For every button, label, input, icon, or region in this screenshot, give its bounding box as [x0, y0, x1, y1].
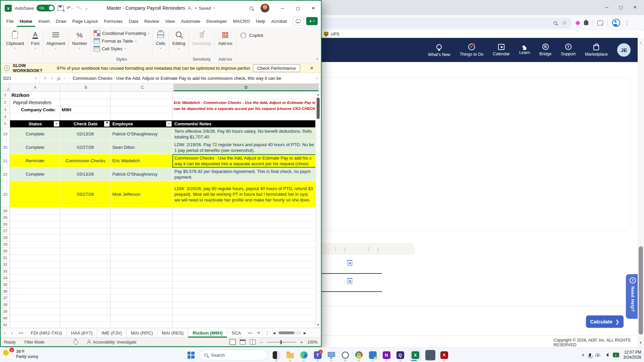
filter-active-funnel-icon[interactable]: [104, 121, 110, 127]
cell-c3-value[interactable]: M9H: [60, 106, 111, 113]
adp-nav-calendar[interactable]: Calendar: [493, 44, 510, 56]
cell-check-date[interactable]: Commission Checks: [60, 154, 111, 168]
empty-row-27[interactable]: 27: [1, 228, 321, 235]
cell-notes[interactable]: Pay $5,576.92 per Separation Agreement. …: [173, 168, 317, 181]
empty-row-25[interactable]: 25: [1, 215, 321, 221]
pink-extension-icon[interactable]: [575, 20, 581, 25]
volume-icon[interactable]: [604, 353, 608, 357]
menu-tab-macro[interactable]: MACRO: [230, 15, 253, 27]
cell-check-date[interactable]: 03/13/26: [60, 168, 111, 181]
menu-tab-acrobat[interactable]: Acrobat: [268, 15, 290, 27]
zoom-out-button[interactable]: −: [260, 340, 263, 345]
tray-chevron-icon[interactable]: ∧: [582, 353, 585, 357]
cell-notes[interactable]: LDW: 2/19/26. Pay 72 regular hours and p…: [173, 141, 317, 154]
header-comments[interactable]: Comments/ Notes: [173, 120, 317, 127]
row-number[interactable]: 24: [1, 208, 10, 214]
column-header-d[interactable]: D: [174, 84, 319, 91]
prev-sheet-icon[interactable]: ‹: [1, 328, 8, 338]
cell-status[interactable]: Complete: [10, 168, 60, 181]
update-tray-icon[interactable]: ⭳: [613, 353, 619, 357]
grid-vertical-scrollbar[interactable]: ▲ ▼: [315, 92, 321, 328]
filter-dropdown-icon[interactable]: ▾: [54, 121, 59, 127]
kebab-menu-icon[interactable]: ⋮: [366, 246, 371, 251]
cell-employee[interactable]: Eric Waidelich: [111, 154, 173, 168]
sheet-tab-haa-6y7-[interactable]: HAA (6Y7): [67, 328, 97, 338]
format-as-table-button[interactable]: Format as Table˅: [94, 38, 150, 44]
cell-status[interactable]: Complete: [10, 141, 60, 154]
column-header-c[interactable]: C: [111, 84, 174, 91]
zoom-level[interactable]: 100%: [307, 340, 318, 345]
kebab-menu-icon[interactable]: ⋮: [333, 246, 338, 251]
adp-nav-learn[interactable]: Learn: [519, 45, 530, 55]
autosave-toggle[interactable]: On: [37, 5, 55, 11]
page-layout-view-icon[interactable]: [240, 340, 246, 345]
cell-employee[interactable]: Patrick O'Shaughnessy: [111, 127, 173, 141]
onenote-app-icon[interactable]: N: [381, 349, 391, 361]
clipboard-group[interactable]: Clipboard˅: [3, 28, 28, 63]
cell-a1[interactable]: Rizikon: [10, 92, 317, 99]
banner-close-icon[interactable]: ✕: [310, 66, 314, 71]
tab-kebab-icon[interactable]: ⋮: [265, 330, 270, 336]
menu-tab-file[interactable]: File: [3, 15, 17, 27]
empty-row-41[interactable]: 41: [1, 322, 321, 328]
fx-chevron-icon[interactable]: ˅: [64, 77, 65, 80]
microphone-icon[interactable]: [589, 353, 591, 357]
empty-row-30[interactable]: 30: [1, 248, 321, 255]
sheet-list-icon[interactable]: •••: [16, 328, 26, 338]
row-number[interactable]: 20: [1, 141, 10, 154]
row-number[interactable]: 40: [1, 315, 10, 321]
row-number[interactable]: 29: [1, 241, 10, 248]
empty-row-34[interactable]: 34: [1, 275, 321, 282]
wifi-icon[interactable]: [595, 353, 600, 357]
delete-row-icon[interactable]: [347, 261, 352, 266]
menu-tab-review[interactable]: Review: [141, 15, 162, 27]
cell-check-date[interactable]: 02/13/26: [60, 127, 111, 141]
cell-employee[interactable]: Misti Jefferson: [111, 181, 173, 208]
select-all-corner[interactable]: [1, 84, 10, 91]
cell-employee[interactable]: Patrick O'Shaughnessy: [111, 168, 173, 181]
copilot-app-icon[interactable]: [340, 349, 350, 361]
normal-view-icon[interactable]: [230, 340, 235, 345]
formula-expand-icon[interactable]: ˅: [313, 77, 321, 80]
browser-profile-icon[interactable]: [612, 19, 620, 27]
cell-status[interactable]: Reminder: [10, 154, 60, 168]
row-number[interactable]: 37: [1, 295, 10, 301]
menu-tab-page-layout[interactable]: Page Layout: [69, 15, 101, 27]
empty-row-28[interactable]: 28: [1, 235, 321, 241]
row-number[interactable]: 28: [1, 235, 10, 241]
filter-dropdown-icon[interactable]: ▾: [166, 121, 172, 127]
menu-tab-insert[interactable]: Insert: [35, 15, 53, 27]
cell-notes[interactable]: Term effective 2/6/26. Pay 80 hours sala…: [173, 127, 317, 141]
weather-widget[interactable]: 1 36°F Partly sunny: [3, 349, 38, 360]
row-number[interactable]: 27: [1, 228, 10, 234]
empty-row-40[interactable]: 40: [1, 315, 321, 322]
ups-logo-icon[interactable]: [324, 32, 328, 37]
adp-nav-marketplace[interactable]: Marketplace: [585, 43, 608, 57]
row-number[interactable]: 32: [1, 261, 10, 268]
column-header-a[interactable]: A: [10, 84, 61, 91]
header-status[interactable]: Status ▾: [10, 120, 60, 127]
search-icon[interactable]: [250, 6, 253, 10]
menu-tab-view[interactable]: View: [162, 15, 178, 27]
cell-check-date[interactable]: 02/27/26: [60, 141, 111, 154]
row-number[interactable]: 21: [1, 154, 10, 168]
formula-input[interactable]: Commission Checks - Use the Add, Adjust …: [69, 73, 312, 83]
menu-tab-automate[interactable]: Automate: [178, 15, 203, 27]
row-number[interactable]: 25: [1, 215, 10, 221]
start-button[interactable]: [186, 349, 196, 361]
row-number[interactable]: 38: [1, 302, 10, 308]
sensitivity-group[interactable]: Sensitivity˅ Sensitivity: [189, 28, 214, 63]
row-number[interactable]: 23: [1, 181, 10, 208]
row-number[interactable]: 31: [1, 255, 10, 261]
file-explorer-app-icon[interactable]: [285, 349, 295, 361]
new-sheet-button[interactable]: +: [257, 330, 260, 336]
scroll-down-icon[interactable]: ▼: [317, 323, 320, 326]
quick-access-customize-icon[interactable]: ⌄: [85, 6, 88, 10]
browser-close-button[interactable]: ✕: [628, 2, 642, 12]
cell-check-date[interactable]: 03/27/26: [60, 181, 111, 208]
empty-row-31[interactable]: 31: [1, 255, 321, 261]
row-number[interactable]: 36: [1, 288, 10, 295]
empty-row-39[interactable]: 39: [1, 308, 321, 315]
row-number[interactable]: 2: [1, 99, 10, 106]
row-number[interactable]: 30: [1, 248, 10, 254]
